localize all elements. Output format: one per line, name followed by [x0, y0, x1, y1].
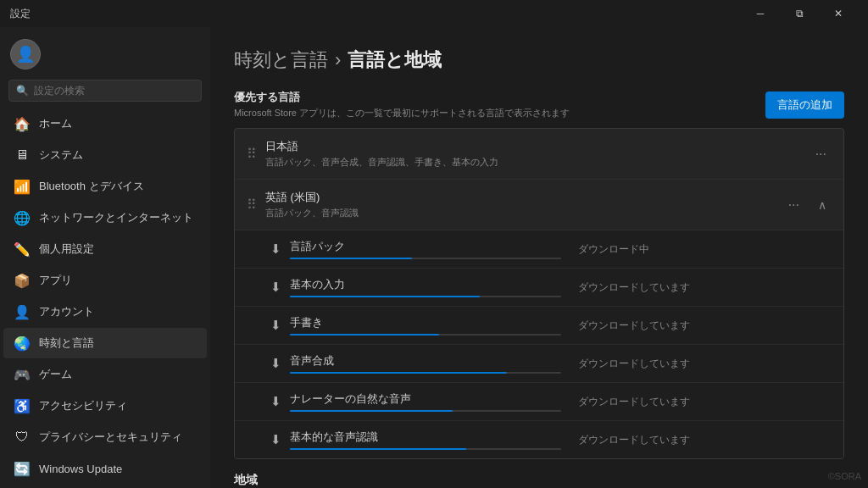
progress-bg	[290, 258, 561, 259]
breadcrumb-separator: ›	[335, 49, 341, 71]
app-title: 設定	[10, 7, 31, 21]
section-title: 優先する言語	[234, 90, 570, 105]
sub-item-speech-recognition: ⬇ 基本的な音声認識 ダウンロードしています	[235, 421, 843, 458]
sidebar-label-personalization: 個人用設定	[39, 241, 94, 257]
download-icon-language-pack: ⬇	[270, 241, 281, 257]
bluetooth-icon: 📶	[14, 178, 31, 195]
sidebar-item-accessibility[interactable]: ♿ アクセシビリティ	[3, 391, 207, 421]
progress-bg	[290, 372, 561, 374]
avatar[interactable]: 👤	[10, 39, 41, 69]
progress-bg	[290, 334, 561, 336]
breadcrumb-prev[interactable]: 時刻と言語	[234, 47, 328, 73]
language-features-japanese: 言語パック、音声合成、音声認識、手書き、基本の入力	[265, 156, 802, 169]
sub-item-name-handwriting: 手書き	[290, 315, 561, 330]
language-features-english: 言語パック、音声認識	[265, 207, 775, 219]
status-basic-input: ダウンロードしています	[578, 280, 690, 295]
download-icon-tts: ⬇	[270, 356, 281, 371]
sub-item-name-tts: 音声合成	[290, 353, 561, 369]
accessibility-icon: ♿	[14, 397, 31, 414]
sidebar-label-accounts: アカウント	[39, 304, 94, 319]
breadcrumb: 時刻と言語 › 言語と地域	[234, 47, 844, 73]
avatar-icon: 👤	[16, 45, 35, 64]
expand-button-english[interactable]: ∧	[813, 197, 832, 214]
profile-section: 👤	[0, 30, 210, 80]
minimize-button[interactable]: ─	[741, 0, 780, 27]
english-sub-items: ⬇ 言語パック ダウンロード中 ⬇ 基本の入力	[235, 230, 843, 458]
restore-button[interactable]: ⧉	[780, 0, 819, 27]
sidebar-item-home[interactable]: 🏠 ホーム	[3, 108, 207, 139]
sidebar-label-network: ネットワークとインターネット	[39, 210, 193, 225]
progress-fill	[290, 334, 439, 336]
system-icon: 🖥	[14, 147, 31, 164]
basic-input-progress-block: 基本の入力	[290, 277, 561, 297]
sidebar-item-apps[interactable]: 📦 アプリ	[3, 265, 207, 296]
status-language-pack: ダウンロード中	[578, 242, 649, 257]
drag-handle-icon[interactable]: ⠿	[247, 146, 257, 162]
more-options-button-japanese[interactable]: ···	[810, 145, 832, 164]
sidebar-item-system[interactable]: 🖥 システム	[3, 140, 207, 170]
sidebar-item-network[interactable]: 🌐 ネットワークとインターネット	[3, 202, 207, 233]
language-name-japanese: 日本語	[265, 139, 802, 154]
more-options-button-english[interactable]: ···	[783, 196, 804, 214]
progress-fill	[290, 448, 466, 450]
download-icon-narrator: ⬇	[270, 394, 281, 409]
sidebar-item-bluetooth[interactable]: 📶 Bluetooth とデバイス	[3, 171, 207, 202]
sidebar-item-personalization[interactable]: ✏️ 個人用設定	[3, 234, 207, 264]
speech-progress-block: 基本的な音声認識	[290, 430, 561, 450]
priority-section-header: 優先する言語 Microsoft Store アプリは、この一覧で最初にサポート…	[234, 90, 844, 119]
titlebar: 設定 ─ ⧉ ✕	[0, 0, 868, 27]
sub-item-name-speech: 基本的な音声認識	[290, 430, 561, 445]
add-language-button[interactable]: 言語の追加	[765, 92, 844, 119]
sidebar-item-privacy[interactable]: 🛡 プライバシーとセキュリティ	[3, 422, 207, 452]
progress-bg	[290, 296, 561, 297]
sidebar-item-datetime[interactable]: 🌏 時刻と言語	[3, 328, 207, 358]
sidebar-nav: 🏠 ホーム 🖥 システム 📶 Bluetooth とデバイス 🌐 ネットワークと…	[0, 108, 210, 488]
sub-item-name-basic-input: 基本の入力	[290, 277, 561, 292]
search-input[interactable]	[34, 85, 194, 97]
sub-item-language-pack: ⬇ 言語パック ダウンロード中	[235, 230, 843, 269]
progress-fill	[290, 410, 453, 412]
window-controls: ─ ⧉ ✕	[741, 0, 858, 27]
status-speech: ダウンロードしています	[578, 433, 690, 447]
sub-item-handwriting: ⬇ 手書き ダウンロードしています	[235, 307, 843, 345]
sidebar-item-accounts[interactable]: 👤 アカウント	[3, 297, 207, 327]
network-icon: 🌐	[14, 209, 31, 226]
progress-fill	[290, 372, 507, 374]
status-tts: ダウンロードしています	[578, 357, 690, 371]
narrator-progress-block: ナレーターの自然な音声	[290, 391, 561, 412]
datetime-icon: 🌏	[14, 335, 31, 352]
close-button[interactable]: ✕	[819, 0, 858, 27]
handwriting-progress-block: 手書き	[290, 315, 561, 336]
app-body: 👤 🔍 🏠 ホーム 🖥 システム 📶 Bluetooth とデバイス 🌐	[0, 27, 868, 488]
progress-fill	[290, 258, 412, 259]
sub-item-name-narrator: ナレーターの自然な音声	[290, 391, 561, 407]
windows-update-icon: 🔄	[14, 460, 31, 477]
language-info-english: 英語 (米国) 言語パック、音声認識	[265, 190, 775, 219]
language-info-japanese: 日本語 言語パック、音声合成、音声認識、手書き、基本の入力	[265, 139, 802, 169]
sidebar-item-gaming[interactable]: 🎮 ゲーム	[3, 359, 207, 390]
search-box[interactable]: 🔍	[8, 80, 202, 102]
gaming-icon: 🎮	[14, 366, 31, 383]
section-title-block: 優先する言語 Microsoft Store アプリは、この一覧で最初にサポート…	[234, 90, 570, 119]
status-handwriting: ダウンロードしています	[578, 319, 690, 333]
personalization-icon: ✏️	[14, 241, 31, 258]
language-list: ⠿ 日本語 言語パック、音声合成、音声認識、手書き、基本の入力 ··· ⠿ 英語…	[234, 128, 844, 459]
sidebar-item-windows-update[interactable]: 🔄 Windows Update	[3, 453, 207, 484]
download-icon-speech: ⬇	[270, 432, 281, 447]
sidebar-label-datetime: 時刻と言語	[39, 336, 94, 351]
progress-bg	[290, 410, 561, 412]
sidebar-label-home: ホーム	[39, 116, 72, 131]
breadcrumb-current: 言語と地域	[348, 47, 442, 73]
drag-handle-icon-english[interactable]: ⠿	[247, 197, 257, 213]
sidebar-label-accessibility: アクセシビリティ	[39, 398, 127, 413]
search-icon: 🔍	[16, 85, 29, 97]
sidebar-label-bluetooth: Bluetooth とデバイス	[39, 179, 144, 194]
home-icon: 🏠	[14, 115, 31, 132]
sidebar-label-gaming: ゲーム	[39, 367, 72, 382]
download-icon-basic-input: ⬇	[270, 280, 281, 295]
privacy-icon: 🛡	[14, 429, 31, 446]
sidebar-label-privacy: プライバシーとセキュリティ	[39, 430, 182, 445]
progress-bg	[290, 448, 561, 450]
tts-progress-block: 音声合成	[290, 353, 561, 374]
language-name-english: 英語 (米国)	[265, 190, 775, 205]
